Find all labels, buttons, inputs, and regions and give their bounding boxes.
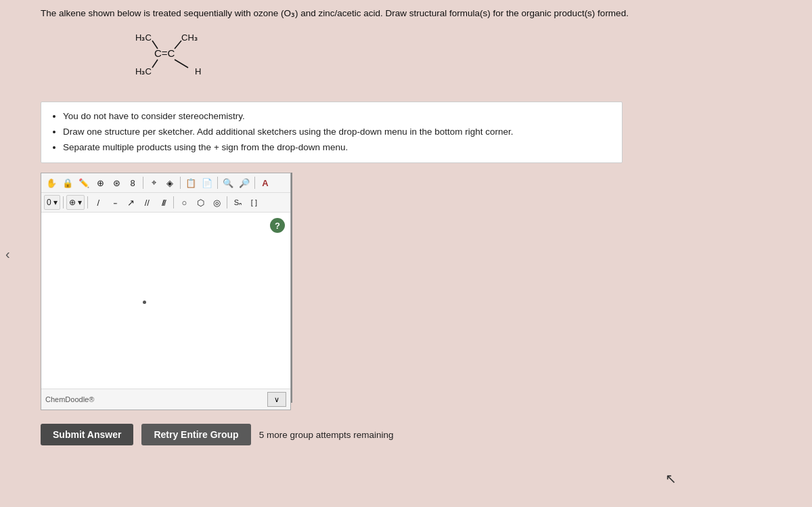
instruction-1: You do not have to consider stereochemis…	[63, 109, 612, 125]
mol-label-h3c-tl: H₃C	[135, 32, 152, 43]
mol-label-ch3-tr: CH₃	[181, 32, 198, 43]
canvas-area[interactable]: ?	[41, 213, 290, 389]
paste-tool[interactable]: 📄	[200, 175, 215, 190]
svg-line-1	[175, 41, 181, 49]
bottom-actions: Submit Answer Retry Entire Group 5 more …	[41, 424, 785, 445]
text-tool[interactable]: A	[258, 175, 273, 190]
separator6	[87, 196, 88, 208]
mol-double-bond: C=C	[154, 47, 175, 59]
add-sketcher-dropdown[interactable]: ∨	[267, 392, 286, 407]
copy-tool[interactable]: 📋	[183, 175, 198, 190]
chemdoodle-sketcher[interactable]: ✋ 🔒 ✏️ ⊕ ⊛ 8 ⌖ ◈ 📋 📄 🔍 🔎 A 0 ▾	[41, 173, 291, 410]
select-tool[interactable]: ✋	[44, 175, 59, 190]
erase-tool[interactable]: ◈	[162, 175, 177, 190]
mol-label-h3c-bl: H₃C	[135, 66, 152, 76]
instruction-3: Separate multiple products using the + s…	[63, 140, 612, 156]
separator7	[173, 196, 174, 208]
help-button[interactable]: ?	[270, 218, 285, 233]
double-bond[interactable]: //	[139, 195, 154, 210]
aromatic-ring[interactable]: ◎	[209, 195, 224, 210]
toolbar-row1: ✋ 🔒 ✏️ ⊕ ⊛ 8 ⌖ ◈ 📋 📄 🔍 🔎 A	[41, 173, 290, 193]
canvas-dot	[143, 301, 146, 304]
separator1	[143, 177, 143, 189]
chemdoodle-brand: ChemDoodle®	[45, 395, 94, 403]
sketcher-wrapper: ✋ 🔒 ✏️ ⊕ ⊛ 8 ⌖ ◈ 📋 📄 🔍 🔎 A 0 ▾	[41, 173, 785, 410]
zoom-out-tool[interactable]: 🔎	[237, 175, 252, 190]
wedge-bond[interactable]: ↗	[123, 195, 138, 210]
instructions-list: You do not have to consider stereochemis…	[51, 109, 612, 156]
lasso-tool[interactable]: ⌖	[146, 175, 161, 190]
hex-ring[interactable]: ⬡	[193, 195, 208, 210]
retry-group-button[interactable]: Retry Entire Group	[141, 424, 250, 445]
single-bond[interactable]: /	[91, 195, 106, 210]
instruction-2: Draw one structure per sketcher. Add add…	[63, 125, 612, 140]
ring-tool[interactable]: 8	[125, 175, 140, 190]
charge-dropdown[interactable]: 0 ▾	[44, 195, 60, 210]
separator4	[254, 177, 255, 189]
lock-tool[interactable]: 🔒	[60, 175, 75, 190]
separator5	[63, 196, 64, 208]
left-nav-arrow[interactable]: ‹	[5, 246, 10, 261]
vertical-divider	[291, 173, 292, 403]
svg-line-3	[175, 60, 188, 68]
chemdoodle-footer: ChemDoodle® ∨	[41, 389, 290, 410]
main-container: ‹ The alkene shown below is treated sequ…	[0, 0, 812, 459]
cursor-arrow-icon: ↖	[665, 470, 677, 487]
attempts-remaining-text: 5 more group attempts remaining	[259, 430, 394, 440]
circle-ring[interactable]: ○	[177, 195, 191, 210]
question-text: The alkene shown below is treated sequen…	[41, 7, 785, 20]
bracket-tool[interactable]: [ ]	[246, 195, 261, 210]
zoom-in-tool[interactable]: 🔍	[221, 175, 235, 190]
separator8	[227, 196, 227, 208]
instructions-box: You do not have to consider stereochemis…	[41, 102, 623, 163]
svg-line-2	[152, 60, 158, 68]
toolbar-row2: 0 ▾ ⊕ ▾ / ··· ↗ // /// ○ ⬡ ◎ Sₙ [ ]	[41, 193, 290, 213]
atom-tool[interactable]: ⊕	[93, 175, 108, 190]
dashed-line[interactable]: ···	[107, 195, 122, 210]
atom-type-dropdown[interactable]: ⊕ ▾	[66, 195, 85, 210]
triple-bond[interactable]: ///	[156, 195, 171, 210]
bond-tool[interactable]: ⊛	[109, 175, 124, 190]
pen-tool[interactable]: ✏️	[76, 175, 91, 190]
separator2	[180, 177, 181, 189]
separator3	[217, 177, 218, 189]
molecule-container: H₃C CH₃ C=C H₃C H	[95, 28, 785, 89]
mol-label-h-br: H	[195, 66, 201, 76]
sn-label[interactable]: Sₙ	[230, 195, 245, 210]
molecule-svg: H₃C CH₃ C=C H₃C H	[95, 28, 230, 89]
submit-answer-button[interactable]: Submit Answer	[41, 424, 133, 445]
